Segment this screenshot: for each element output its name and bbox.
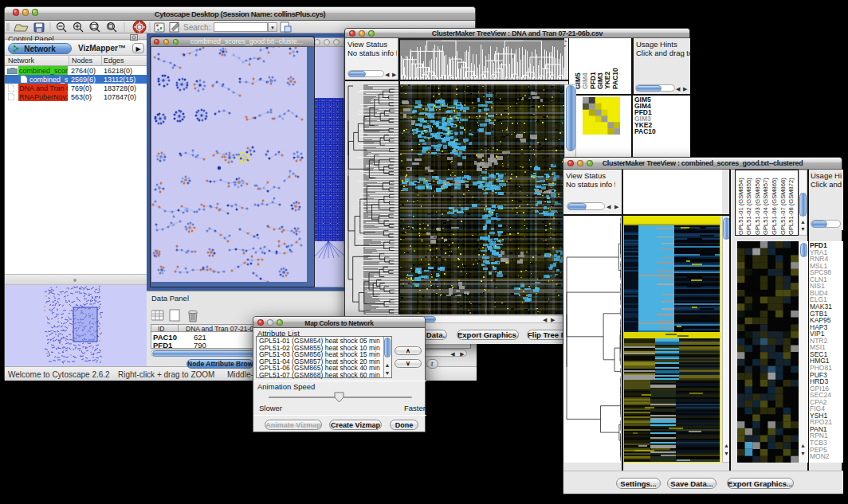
svg-text:GPL51-07 (GSM868): GPL51-07 (GSM868) (779, 178, 787, 235)
svg-text:GPL51-08 (GSM872): GPL51-08 (GSM872) (787, 178, 795, 235)
svg-text:PAC10: PAC10 (611, 68, 619, 89)
svg-text:GPL51-04 (GSM857): GPL51-04 (GSM857) (762, 178, 769, 235)
svg-text:GPL51-06 (GSM865): GPL51-06 (GSM865) (771, 178, 778, 235)
svg-text:GPL51-02 (GSM855): GPL51-02 (GSM855) (745, 178, 752, 235)
svg-text:GPL51-03 (GSM856): GPL51-03 (GSM856) (754, 178, 761, 235)
svg-text:GPL51-01 (GSM854): GPL51-01 (GSM854) (737, 178, 744, 235)
